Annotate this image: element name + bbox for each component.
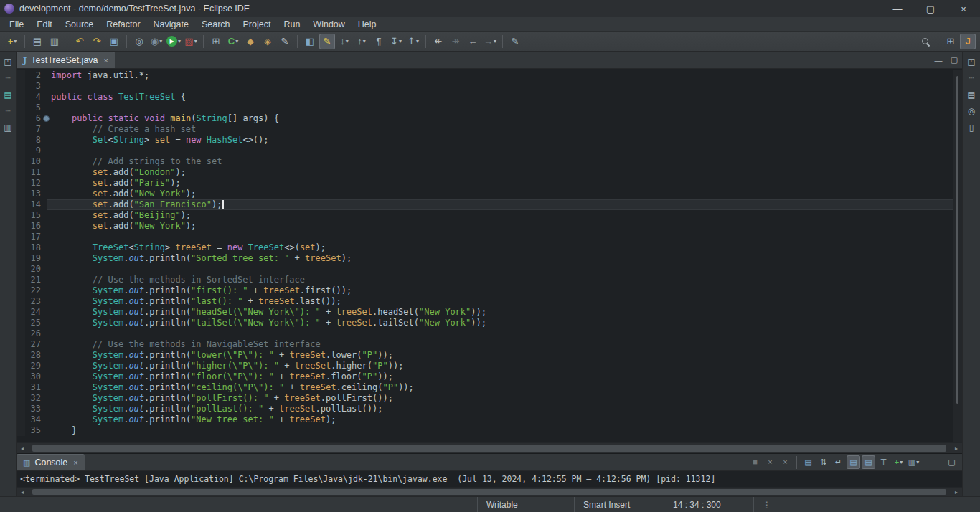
word-wrap-button[interactable]: ↵ bbox=[831, 455, 845, 469]
code-line-17[interactable]: 17 bbox=[17, 232, 962, 242]
line-number[interactable]: 15 bbox=[25, 210, 47, 221]
line-number[interactable]: 6 bbox=[25, 113, 47, 124]
dropdown-arrow-icon[interactable]: ▾ bbox=[399, 38, 402, 44]
line-number[interactable]: 23 bbox=[25, 296, 47, 307]
remove-launch-button[interactable]: × bbox=[763, 455, 777, 469]
open-console-button[interactable]: +▾ bbox=[892, 455, 905, 469]
debug-button[interactable]: ◉▾ bbox=[149, 34, 164, 49]
code-text[interactable]: System.out.println("Sorted tree set: " +… bbox=[47, 253, 962, 264]
code-text[interactable]: set.add("New York"); bbox=[47, 189, 962, 199]
horizontal-scroll-track[interactable] bbox=[28, 443, 951, 453]
show-console-stderr-button[interactable]: ▤ bbox=[862, 455, 875, 469]
java-search-button[interactable]: ✎ bbox=[277, 34, 293, 49]
code-text[interactable]: System.out.println("first(): " + treeSet… bbox=[47, 285, 962, 296]
editor-vertical-scrollbar[interactable] bbox=[953, 70, 962, 442]
code-line-13[interactable]: 13 set.add("New York"); bbox=[17, 189, 962, 199]
line-number[interactable]: 19 bbox=[25, 253, 47, 264]
code-line-35[interactable]: 35 } bbox=[17, 425, 962, 436]
menu-help[interactable]: Help bbox=[352, 18, 383, 31]
code-line-25[interactable]: 25 System.out.println("tailSet(\"New Yor… bbox=[17, 318, 962, 328]
maximize-window-button[interactable]: ▢ bbox=[914, 0, 947, 17]
line-number[interactable]: 12 bbox=[25, 178, 47, 189]
forward-history-button[interactable]: →▾ bbox=[482, 34, 498, 49]
code-line-31[interactable]: 31 System.out.println("ceiling(\"P\"): "… bbox=[17, 382, 962, 393]
line-number[interactable]: 7 bbox=[25, 124, 47, 135]
minimize-editor-button[interactable]: — bbox=[930, 52, 946, 68]
next-annotation-button[interactable]: ↓▾ bbox=[336, 34, 352, 49]
dropdown-arrow-icon[interactable]: ▾ bbox=[178, 38, 181, 44]
new-wizard-button[interactable]: +▾ bbox=[4, 34, 20, 49]
maximize-console-button[interactable]: ▢ bbox=[945, 455, 958, 469]
code-text[interactable]: System.out.println("ceiling(\"P\"): " + … bbox=[47, 382, 962, 393]
code-text[interactable] bbox=[47, 264, 962, 275]
code-line-2[interactable]: 2import java.util.*; bbox=[17, 70, 962, 81]
dropdown-arrow-icon[interactable]: ▾ bbox=[235, 38, 238, 44]
menu-refactor[interactable]: Refactor bbox=[100, 18, 146, 31]
code-text[interactable]: set.add("London"); bbox=[47, 167, 962, 178]
code-text[interactable] bbox=[47, 232, 962, 242]
dropdown-arrow-icon[interactable]: ▾ bbox=[14, 38, 17, 44]
new-java-class-button[interactable]: C▾ bbox=[225, 34, 241, 49]
code-line-12[interactable]: 12 set.add("Paris"); bbox=[17, 178, 962, 189]
mark-occurrences-button[interactable]: ✎ bbox=[319, 34, 335, 49]
search-dialog-button[interactable]: ◎ bbox=[131, 34, 147, 49]
line-number[interactable]: 29 bbox=[25, 361, 47, 371]
show-console-stdout-button[interactable]: ▤ bbox=[847, 455, 860, 469]
open-perspective-button[interactable]: ⊞ bbox=[943, 34, 958, 49]
save-button[interactable]: ▤ bbox=[29, 34, 45, 49]
previous-member-button[interactable]: ↥▾ bbox=[405, 34, 421, 49]
code-text[interactable] bbox=[47, 81, 962, 92]
scroll-right-icon[interactable]: ▸ bbox=[951, 445, 962, 452]
code-line-9[interactable]: 9 bbox=[17, 146, 962, 156]
console-scroll-right-icon[interactable]: ▸ bbox=[951, 489, 962, 496]
save-all-button[interactable]: ▥ bbox=[47, 34, 62, 49]
menu-source[interactable]: Source bbox=[59, 18, 100, 31]
editor-horizontal-scrollbar[interactable]: ◂ ▸ bbox=[17, 442, 962, 453]
line-number[interactable]: 34 bbox=[25, 414, 47, 425]
restore-right-panel-icon[interactable]: ◳ bbox=[967, 57, 975, 66]
redo-button[interactable]: ↷ bbox=[89, 34, 105, 49]
menu-run[interactable]: Run bbox=[277, 18, 306, 31]
tab-console[interactable]: ▥ Console × bbox=[17, 454, 85, 470]
line-number[interactable]: 14 bbox=[25, 199, 47, 210]
dropdown-arrow-icon[interactable]: ▾ bbox=[416, 38, 419, 44]
line-number[interactable]: 33 bbox=[25, 404, 47, 414]
code-text[interactable]: } bbox=[47, 425, 962, 436]
scroll-lock-button[interactable]: ⇅ bbox=[816, 455, 830, 469]
code-line-34[interactable]: 34 System.out.println("New tree set: " +… bbox=[17, 414, 962, 425]
code-text[interactable]: public static void main(String[] args) { bbox=[47, 113, 962, 124]
code-line-22[interactable]: 22 System.out.println("first(): " + tree… bbox=[17, 285, 962, 296]
code-line-3[interactable]: 3 bbox=[17, 81, 962, 92]
code-text[interactable]: System.out.println("lower(\"P\"): " + tr… bbox=[47, 350, 962, 361]
next-edit-location-button[interactable]: ↠ bbox=[448, 34, 463, 49]
restore-left-panel-icon[interactable]: ◳ bbox=[4, 57, 11, 66]
console-scroll-left-icon[interactable]: ◂ bbox=[17, 489, 28, 496]
tab-testtreeset-java[interactable]: J TestTreeSet.java × bbox=[17, 52, 115, 68]
code-line-29[interactable]: 29 System.out.println("higher(\"P\"): " … bbox=[17, 361, 962, 371]
line-number[interactable]: 9 bbox=[25, 146, 47, 156]
previous-edit-location-button[interactable]: ↞ bbox=[430, 34, 446, 49]
javadoc-view-icon[interactable]: ◎ bbox=[968, 107, 975, 115]
line-number[interactable]: 20 bbox=[25, 264, 47, 275]
console-scroll-thumb[interactable] bbox=[32, 489, 946, 495]
code-line-20[interactable]: 20 bbox=[17, 264, 962, 275]
java-perspective-button[interactable]: J bbox=[960, 34, 976, 49]
dropdown-arrow-icon[interactable]: ▾ bbox=[363, 38, 366, 44]
clear-console-button[interactable]: ▤ bbox=[801, 455, 815, 469]
code-line-6[interactable]: 6 public static void main(String[] args)… bbox=[17, 113, 962, 124]
code-line-24[interactable]: 24 System.out.println("headSet(\"New Yor… bbox=[17, 307, 962, 318]
open-package-button[interactable]: ◈ bbox=[260, 34, 275, 49]
code-text[interactable]: System.out.println("pollFirst(): " + tre… bbox=[47, 393, 962, 404]
code-line-33[interactable]: 33 System.out.println("pollLast(): " + t… bbox=[17, 404, 962, 414]
code-text[interactable] bbox=[47, 103, 962, 113]
code-line-15[interactable]: 15 set.add("Beijing"); bbox=[17, 210, 962, 221]
open-element-button[interactable]: ◧ bbox=[302, 34, 318, 49]
search-button[interactable] bbox=[918, 34, 933, 49]
line-number[interactable]: 3 bbox=[25, 81, 47, 92]
line-number[interactable]: 30 bbox=[25, 371, 47, 382]
menu-file[interactable]: File bbox=[3, 18, 30, 31]
undo-button[interactable]: ↶ bbox=[72, 34, 88, 49]
drag-handle-icon[interactable]: ┄ bbox=[5, 74, 10, 82]
line-number[interactable]: 16 bbox=[25, 221, 47, 232]
next-member-button[interactable]: ↧▾ bbox=[388, 34, 404, 49]
